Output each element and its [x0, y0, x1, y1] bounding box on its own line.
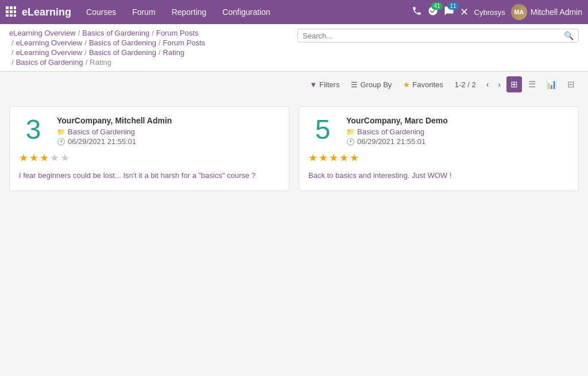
top-section: eLearning Overview / Basics of Gardening…: [0, 24, 588, 72]
chat-icon[interactable]: 11: [444, 6, 454, 18]
nav-configuration[interactable]: Configuration: [219, 5, 273, 19]
search-icon[interactable]: 🔍: [564, 31, 574, 40]
card-meta-1: 📁 Basics of Gardening 🕐 06/29/2021 21:55…: [57, 127, 280, 146]
card-meta-2: 📁 Basics of Gardening 🕐 06/29/2021 21:55…: [346, 127, 569, 146]
search-bar: 🔍: [297, 29, 579, 42]
breadcrumb-row-2: / eLearning Overview / Basics of Gardeni…: [9, 38, 292, 47]
activity-badge: 41: [431, 2, 442, 10]
svg-rect-1: [10, 6, 13, 9]
breadcrumb-area: eLearning Overview / Basics of Gardening…: [9, 29, 292, 67]
star-2-1: ★: [308, 152, 318, 164]
rating-card-2: 5 YourCompany, Marc Demo 📁 Basics of Gar…: [299, 106, 579, 191]
star-2-2: ★: [319, 152, 328, 164]
svg-rect-0: [6, 6, 9, 9]
cards-grid: 3 YourCompany, Mitchell Admin 📁 Basics o…: [9, 106, 579, 191]
breadcrumb-basics-2[interactable]: Basics of Gardening: [89, 38, 156, 47]
clock-icon-2: 🕐: [346, 138, 355, 146]
card-bottom-2: ★ ★ ★ ★ ★: [308, 152, 569, 164]
card-score-1: 3: [19, 116, 48, 144]
svg-rect-8: [14, 14, 16, 17]
card-stars-1: ★ ★ ★ ★ ★: [19, 152, 69, 164]
star-1-1: ★: [19, 152, 28, 164]
main-nav: Courses Forum Reporting Configuration: [83, 5, 412, 19]
clock-icon-1: 🕐: [57, 138, 65, 146]
activity-icon[interactable]: 41: [428, 6, 438, 18]
groupby-icon: ☰: [351, 80, 358, 89]
view-grid-button[interactable]: ⊟: [563, 76, 579, 92]
svg-rect-3: [6, 10, 9, 13]
card-comment-2: Back to basics and interesting. Just WOW…: [308, 170, 569, 181]
breadcrumb-elearning-1[interactable]: eLearning Overview: [9, 29, 76, 37]
card-comment-1: I fear beginners could be lost... Isn't …: [19, 170, 280, 181]
card-date-1: 🕐 06/29/2021 21:55:01: [57, 137, 280, 146]
breadcrumb-forum-2[interactable]: Forum Posts: [163, 38, 206, 47]
filter-icon: ▼: [310, 80, 317, 89]
card-score-2: 5: [308, 116, 337, 144]
grid-menu-icon[interactable]: [6, 6, 16, 18]
star-2-5: ★: [350, 152, 359, 164]
groupby-button[interactable]: ☰ Group By: [346, 78, 396, 91]
svg-rect-6: [6, 14, 9, 17]
breadcrumb-rating-current: Rating: [90, 58, 111, 67]
close-icon[interactable]: ✕: [460, 6, 469, 18]
view-chart-button[interactable]: 📊: [542, 76, 561, 92]
breadcrumb-elearning-3[interactable]: eLearning Overview: [16, 48, 83, 57]
view-list-button[interactable]: ☰: [524, 76, 540, 92]
user-name-label: Mitchell Admin: [531, 7, 582, 17]
card-info-1: YourCompany, Mitchell Admin 📁 Basics of …: [57, 116, 280, 146]
controls-bar: ▼ Filters ☰ Group By ★ Favorites 1-2 / 2…: [0, 72, 588, 97]
search-input[interactable]: [303, 32, 564, 40]
breadcrumb-row-3: / eLearning Overview / Basics of Gardeni…: [9, 48, 292, 57]
filters-label: Filters: [319, 80, 339, 89]
prev-page-button[interactable]: ‹: [483, 79, 493, 90]
breadcrumb-row-1: eLearning Overview / Basics of Gardening…: [9, 29, 292, 37]
card-stars-2: ★ ★ ★ ★ ★: [308, 152, 359, 164]
card-course-link-2[interactable]: Basics of Gardening: [357, 127, 424, 136]
user-avatar: MA: [511, 4, 527, 20]
favorites-button[interactable]: ★ Favorites: [399, 78, 447, 91]
filters-button[interactable]: ▼ Filters: [305, 78, 344, 91]
folder-icon-1: 📁: [57, 128, 65, 136]
app-logo: eLearning: [22, 6, 71, 18]
breadcrumb-rating-3[interactable]: Rating: [163, 48, 185, 57]
svg-rect-7: [10, 14, 13, 17]
breadcrumb-basics-4[interactable]: Basics of Gardening: [16, 58, 83, 67]
top-navbar: eLearning Courses Forum Reporting Config…: [0, 0, 588, 24]
nav-forum[interactable]: Forum: [129, 5, 158, 19]
breadcrumb-basics-3[interactable]: Basics of Gardening: [89, 48, 156, 57]
card-user-1: YourCompany, Mitchell Admin: [57, 116, 280, 125]
next-page-button[interactable]: ›: [494, 79, 504, 90]
folder-icon-2: 📁: [346, 128, 355, 136]
company-name: Cybrosys: [474, 8, 505, 17]
user-menu[interactable]: MA Mitchell Admin: [511, 4, 582, 20]
card-course-1: 📁 Basics of Gardening: [57, 127, 280, 136]
star-1-5: ★: [60, 152, 69, 164]
star-2-3: ★: [329, 152, 338, 164]
pagination-info: 1-2 / 2: [455, 80, 476, 89]
star-1-3: ★: [40, 152, 49, 164]
breadcrumb-forum-1[interactable]: Forum Posts: [156, 29, 199, 37]
phone-icon[interactable]: [412, 6, 422, 18]
nav-courses[interactable]: Courses: [83, 5, 119, 19]
card-date-text-1: 06/29/2021 21:55:01: [68, 137, 136, 146]
nav-reporting[interactable]: Reporting: [168, 5, 210, 19]
svg-rect-2: [14, 6, 16, 9]
favorites-label: Favorites: [412, 80, 443, 89]
breadcrumb-elearning-2[interactable]: eLearning Overview: [16, 38, 83, 47]
rating-card-1: 3 YourCompany, Mitchell Admin 📁 Basics o…: [9, 106, 289, 191]
card-course-2: 📁 Basics of Gardening: [346, 127, 569, 136]
breadcrumb-basics-1[interactable]: Basics of Gardening: [82, 29, 149, 37]
card-date-text-2: 06/29/2021 21:55:01: [357, 137, 425, 146]
main-content: 3 YourCompany, Mitchell Admin 📁 Basics o…: [0, 97, 588, 200]
star-2-4: ★: [339, 152, 349, 164]
star-1-4: ★: [50, 152, 59, 164]
card-user-2: YourCompany, Marc Demo: [346, 116, 569, 125]
svg-rect-5: [14, 10, 16, 13]
card-course-link-1[interactable]: Basics of Gardening: [68, 127, 135, 136]
favorites-star-icon: ★: [403, 80, 410, 89]
card-bottom-1: ★ ★ ★ ★ ★: [19, 152, 280, 164]
card-info-2: YourCompany, Marc Demo 📁 Basics of Garde…: [346, 116, 569, 146]
card-top-2: 5 YourCompany, Marc Demo 📁 Basics of Gar…: [308, 116, 569, 146]
star-1-2: ★: [29, 152, 38, 164]
view-kanban-button[interactable]: ⊞: [506, 76, 522, 92]
